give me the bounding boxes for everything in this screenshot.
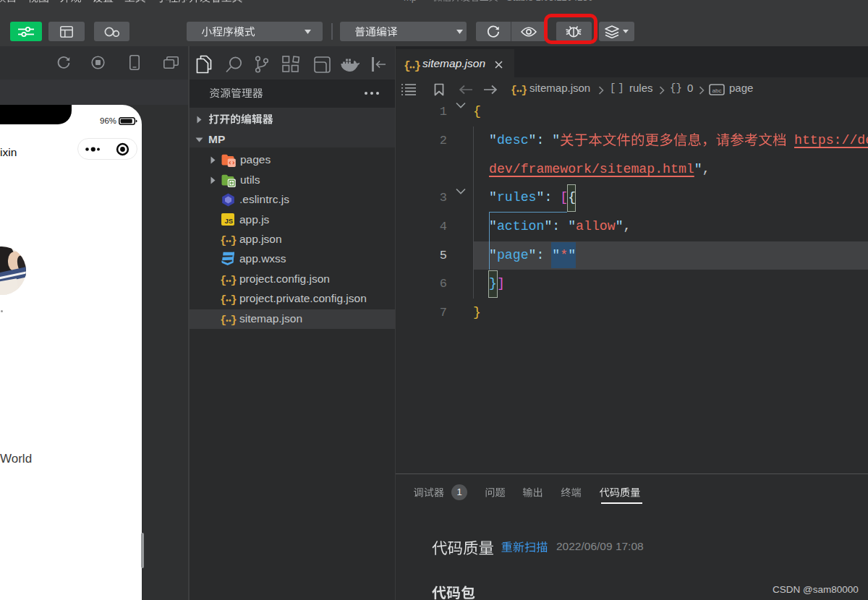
svg-text:}: } xyxy=(414,60,422,72)
svg-text:{: { xyxy=(220,313,226,326)
svg-text:JS: JS xyxy=(224,217,233,225)
svg-text:{: { xyxy=(511,85,517,95)
svg-text:}: } xyxy=(231,234,237,247)
svg-text:}: } xyxy=(522,85,528,95)
svg-text:}: } xyxy=(231,313,237,326)
svg-text:{: { xyxy=(404,60,411,72)
svg-text:{: { xyxy=(220,293,226,307)
svg-text:abc: abc xyxy=(712,87,722,94)
svg-text:{: { xyxy=(220,273,226,286)
svg-text:{: { xyxy=(220,234,226,247)
svg-text:}: } xyxy=(231,293,237,307)
svg-text:}: } xyxy=(231,273,237,286)
